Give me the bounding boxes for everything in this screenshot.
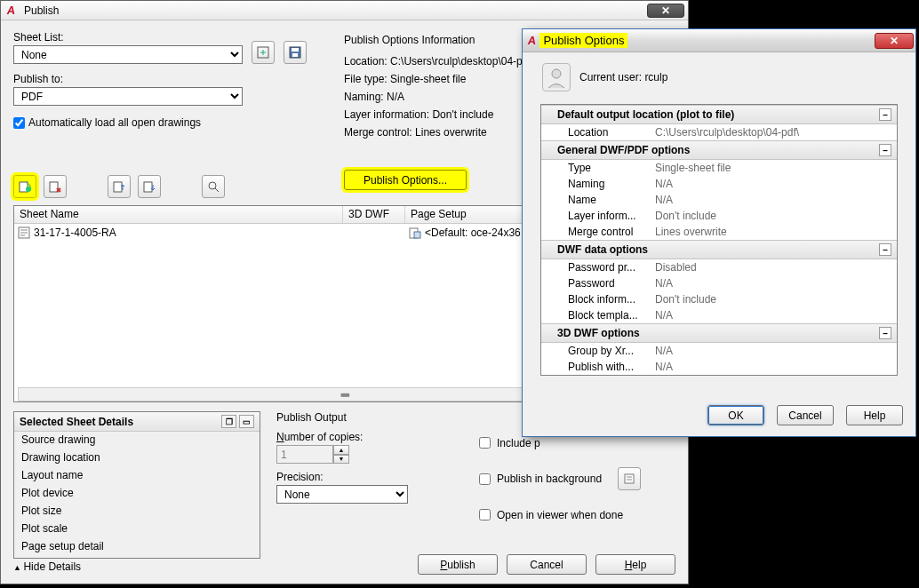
autocad-icon: A — [527, 34, 537, 47]
collapse-icon[interactable]: – — [879, 108, 891, 121]
include-plot-label: Include p — [497, 437, 540, 449]
detail-plot-device: Plot device — [14, 485, 260, 503]
include-plot-checkbox[interactable] — [479, 437, 491, 449]
precision-select[interactable]: None — [276, 485, 408, 504]
cat-default-output[interactable]: Default output location (plot to file)– — [541, 105, 897, 124]
publish-to-select[interactable]: PDF — [13, 87, 243, 106]
detail-plot-scale: Plot scale — [14, 520, 260, 538]
svg-rect-8 — [144, 182, 152, 192]
publish-title: Publish — [24, 4, 647, 17]
options-title: Publish Options — [539, 33, 627, 48]
sheet-list-select[interactable]: None — [13, 45, 243, 64]
prop-naming[interactable]: NamingN/A — [541, 176, 897, 192]
prop-location[interactable]: LocationC:\Users\rculp\desktop\04-pdf\ — [541, 124, 897, 140]
publish-bg-label: Publish in background — [497, 473, 602, 485]
current-user-label: Current user: rculp — [579, 71, 667, 83]
collapse-icon[interactable]: – — [879, 144, 891, 156]
svg-rect-7 — [114, 182, 122, 192]
cat-3d-dwf[interactable]: 3D DWF options– — [541, 323, 897, 343]
open-viewer-checkbox[interactable] — [479, 509, 491, 520]
detail-drawing-location: Drawing location — [14, 449, 260, 467]
collapse-icon[interactable]: – — [879, 243, 891, 256]
auto-load-label: Automatically load all open drawings — [28, 116, 201, 129]
help-button[interactable]: Help — [595, 554, 675, 575]
svg-point-9 — [209, 182, 216, 189]
copies-spin-up[interactable]: ▲ — [333, 445, 349, 455]
svg-point-5 — [26, 187, 31, 192]
prop-group-xref[interactable]: Group by Xr...N/A — [541, 343, 897, 359]
bg-settings-icon[interactable] — [618, 467, 641, 490]
detail-plot-size: Plot size — [14, 503, 260, 520]
auto-load-checkbox[interactable] — [13, 117, 25, 129]
autocad-icon: A — [4, 4, 19, 18]
sheet-name-cell: 31-17-1-4005-RA — [34, 226, 116, 239]
import-list-icon[interactable] — [252, 41, 275, 64]
prop-block-template[interactable]: Block templa...N/A — [541, 307, 897, 323]
svg-point-14 — [552, 69, 561, 78]
prop-merge[interactable]: Merge controlLines overwrite — [541, 224, 897, 240]
cancel-button[interactable]: Cancel — [507, 554, 587, 575]
detail-source-drawing: Source drawing — [14, 432, 260, 449]
detail-layout-name: Layout name — [14, 467, 260, 485]
detail-page-setup: Page setup detail — [14, 538, 260, 556]
svg-rect-13 — [625, 474, 634, 483]
preview-icon[interactable] — [202, 175, 225, 198]
page-setup-cell: <Default: oce-24x36 — [425, 226, 521, 239]
cat-general-dwf[interactable]: General DWF/PDF options– — [541, 140, 897, 160]
svg-rect-12 — [414, 232, 420, 238]
move-up-icon[interactable] — [108, 175, 131, 198]
sheet-icon — [18, 226, 30, 239]
publish-titlebar[interactable]: A Publish ✕ — [1, 1, 688, 20]
cat-dwf-data[interactable]: DWF data options– — [541, 240, 897, 259]
page-setup-icon — [409, 226, 421, 239]
prop-name[interactable]: NameN/A — [541, 192, 897, 208]
details-expand-icon[interactable]: ▭ — [239, 415, 254, 428]
publish-bg-checkbox[interactable] — [479, 473, 491, 485]
options-close-button[interactable]: ✕ — [875, 33, 914, 49]
publish-button[interactable]: Publish — [418, 554, 498, 575]
collapse-icon[interactable]: – — [879, 327, 891, 339]
hide-details-toggle[interactable]: Hide Details — [13, 560, 81, 573]
publish-options-dialog: A Publish Options ✕ Current user: rculp … — [522, 28, 916, 437]
prop-block-info[interactable]: Block inform...Don't include — [541, 291, 897, 307]
save-list-icon[interactable] — [284, 41, 307, 64]
svg-rect-2 — [292, 48, 299, 52]
copies-input — [276, 445, 333, 464]
col-3d-dwf[interactable]: 3D DWF — [343, 206, 405, 223]
copies-spin-down[interactable]: ▼ — [333, 455, 349, 465]
publish-options-button[interactable]: Publish Options... — [344, 170, 467, 190]
options-property-grid: Default output location (plot to file)– … — [540, 104, 898, 376]
prop-type[interactable]: TypeSingle-sheet file — [541, 160, 897, 176]
svg-rect-3 — [292, 53, 298, 57]
open-viewer-label: Open in viewer when done — [497, 509, 623, 521]
prop-publish-with[interactable]: Publish with...N/A — [541, 359, 897, 375]
sheet-list-label: Sheet List: — [13, 31, 243, 44]
prop-password-protect[interactable]: Password pr...Disabled — [541, 259, 897, 275]
svg-rect-6 — [50, 182, 58, 192]
details-copy-icon[interactable]: ❐ — [221, 415, 236, 428]
prop-password[interactable]: PasswordN/A — [541, 275, 897, 291]
selected-sheet-details: Selected Sheet Details ❐ ▭ Source drawin… — [13, 411, 260, 559]
options-ok-button[interactable]: OK — [707, 405, 764, 425]
user-avatar-icon — [542, 63, 571, 91]
sheet-toolbar — [13, 175, 225, 198]
move-down-icon[interactable] — [138, 175, 161, 198]
add-sheets-icon[interactable] — [13, 175, 36, 198]
options-titlebar[interactable]: A Publish Options ✕ — [523, 29, 915, 52]
col-sheet-name[interactable]: Sheet Name — [14, 206, 343, 223]
details-header: Selected Sheet Details — [20, 416, 133, 428]
options-help-button[interactable]: Help — [846, 405, 903, 425]
prop-layer[interactable]: Layer inform...Don't include — [541, 208, 897, 224]
close-button[interactable]: ✕ — [647, 4, 684, 18]
remove-sheets-icon[interactable] — [44, 175, 67, 198]
options-cancel-button[interactable]: Cancel — [777, 405, 834, 425]
